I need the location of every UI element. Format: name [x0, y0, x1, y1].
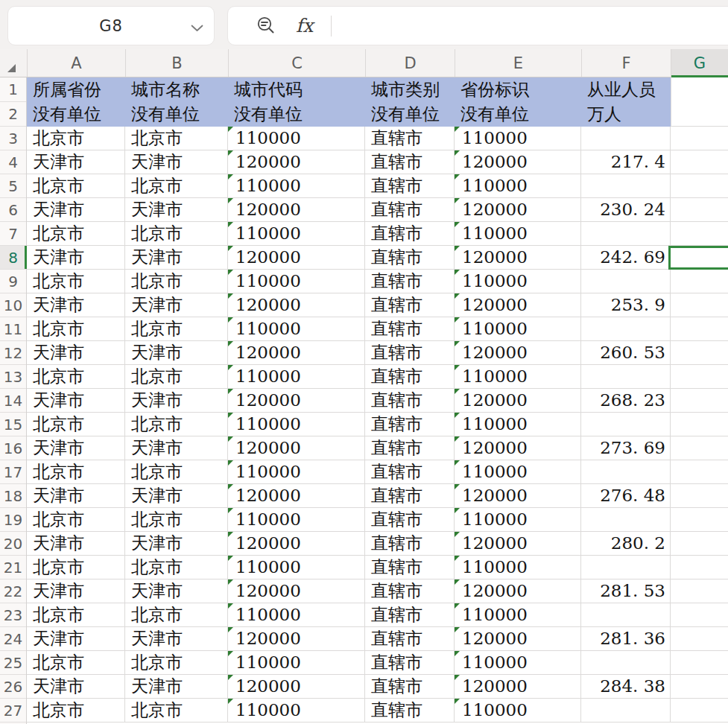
- cell-E7[interactable]: 110000: [455, 222, 581, 246]
- cell-E4[interactable]: 120000: [455, 150, 581, 174]
- cell-A9[interactable]: 北京市: [27, 270, 125, 293]
- row-header-21[interactable]: 21: [0, 556, 26, 579]
- cell-C5[interactable]: 110000: [228, 174, 365, 198]
- cell-A20[interactable]: 天津市: [27, 532, 125, 556]
- cell-G15[interactable]: [671, 413, 728, 436]
- cell-D21[interactable]: 直辖市: [365, 556, 455, 579]
- cell-A10[interactable]: 天津市: [27, 293, 125, 317]
- cell-E9[interactable]: 110000: [455, 270, 581, 293]
- cell-F6[interactable]: 230. 24: [581, 198, 671, 222]
- cell-A3[interactable]: 北京市: [27, 127, 125, 150]
- column-header-A[interactable]: A: [27, 49, 125, 77]
- cell-F21[interactable]: [581, 556, 671, 579]
- cell-G14[interactable]: [671, 389, 728, 413]
- cell-C7[interactable]: 110000: [228, 222, 365, 246]
- cell-C4[interactable]: 120000: [228, 150, 365, 174]
- cell-D6[interactable]: 直辖市: [365, 198, 455, 222]
- cell-G5[interactable]: [671, 174, 728, 198]
- cell-F4[interactable]: 217. 4: [581, 150, 671, 174]
- cell-F3[interactable]: [581, 127, 671, 150]
- cell-G23[interactable]: [671, 603, 728, 627]
- cell-D4[interactable]: 直辖市: [365, 150, 455, 174]
- chevron-down-icon[interactable]: [191, 21, 203, 35]
- cell-E26[interactable]: 120000: [455, 675, 581, 699]
- cell-G10[interactable]: [671, 293, 728, 317]
- cell-C9[interactable]: 110000: [228, 270, 365, 293]
- cell-F24[interactable]: 281. 36: [581, 627, 671, 651]
- cell-E24[interactable]: 120000: [455, 627, 581, 651]
- row-header-13[interactable]: 13: [0, 365, 26, 389]
- cell-F11[interactable]: [581, 317, 671, 341]
- column-header-F[interactable]: F: [581, 49, 671, 77]
- header-cell-F[interactable]: 从业人员万人: [581, 77, 671, 127]
- header-cell-C[interactable]: 城市代码没有单位: [228, 77, 365, 127]
- search-formula-icon[interactable]: [256, 16, 276, 36]
- cell-C10[interactable]: 120000: [228, 293, 365, 317]
- cell-G26[interactable]: [671, 675, 728, 699]
- cell-A11[interactable]: 北京市: [27, 317, 125, 341]
- cell-E8[interactable]: 120000: [455, 246, 581, 270]
- cell-D22[interactable]: 直辖市: [365, 579, 455, 603]
- cell-C24[interactable]: 120000: [228, 627, 365, 651]
- cell-F15[interactable]: [581, 413, 671, 436]
- cell-F7[interactable]: [581, 222, 671, 246]
- cell-G20[interactable]: [671, 532, 728, 556]
- row-header-16[interactable]: 16: [0, 436, 26, 460]
- cell-A5[interactable]: 北京市: [27, 174, 125, 198]
- cell-B4[interactable]: 天津市: [125, 150, 228, 174]
- cell-A24[interactable]: 天津市: [27, 627, 125, 651]
- cell-A12[interactable]: 天津市: [27, 341, 125, 365]
- cell-G4[interactable]: [671, 150, 728, 174]
- cell-B5[interactable]: 北京市: [125, 174, 228, 198]
- cell-C22[interactable]: 120000: [228, 579, 365, 603]
- cell-G22[interactable]: [671, 579, 728, 603]
- cell-B8[interactable]: 天津市: [125, 246, 228, 270]
- cell-G24[interactable]: [671, 627, 728, 651]
- row-header-1[interactable]: 1: [0, 77, 26, 102]
- row-header-24[interactable]: 24: [0, 627, 26, 651]
- row-header-8[interactable]: 8: [0, 246, 26, 270]
- cell-F26[interactable]: 284. 38: [581, 675, 671, 699]
- cell-F18[interactable]: 276. 48: [581, 484, 671, 508]
- cell-E12[interactable]: 120000: [455, 341, 581, 365]
- select-all-corner[interactable]: [0, 49, 27, 77]
- row-header-5[interactable]: 5: [0, 174, 26, 198]
- formula-input[interactable]: [332, 7, 728, 45]
- header-cell-D[interactable]: 城市类别没有单位: [365, 77, 455, 127]
- cell-A26[interactable]: 天津市: [27, 675, 125, 699]
- cell-A19[interactable]: 北京市: [27, 508, 125, 532]
- cell-C25[interactable]: 110000: [228, 651, 365, 675]
- cell-D27[interactable]: 直辖市: [365, 699, 455, 723]
- header-block[interactable]: 所属省份没有单位城市名称没有单位城市代码没有单位城市类别没有单位省份标识没有单位…: [27, 77, 671, 127]
- cell-D16[interactable]: 直辖市: [365, 436, 455, 460]
- cell-F12[interactable]: 260. 53: [581, 341, 671, 365]
- cell-G13[interactable]: [671, 365, 728, 389]
- cell-C18[interactable]: 120000: [228, 484, 365, 508]
- cell-G12[interactable]: [671, 341, 728, 365]
- cell-A6[interactable]: 天津市: [27, 198, 125, 222]
- cell-B10[interactable]: 天津市: [125, 293, 228, 317]
- cell-D5[interactable]: 直辖市: [365, 174, 455, 198]
- cell-G18[interactable]: [671, 484, 728, 508]
- cell-C23[interactable]: 110000: [228, 603, 365, 627]
- cell-D10[interactable]: 直辖市: [365, 293, 455, 317]
- cell-B13[interactable]: 北京市: [125, 365, 228, 389]
- cell-B12[interactable]: 天津市: [125, 341, 228, 365]
- cell-F22[interactable]: 281. 53: [581, 579, 671, 603]
- cell-E18[interactable]: 120000: [455, 484, 581, 508]
- cell-D17[interactable]: 直辖市: [365, 460, 455, 484]
- row-header-27[interactable]: 27: [0, 699, 26, 723]
- cell-D15[interactable]: 直辖市: [365, 413, 455, 436]
- row-header-25[interactable]: 25: [0, 651, 26, 675]
- cell-A13[interactable]: 北京市: [27, 365, 125, 389]
- cell-E11[interactable]: 110000: [455, 317, 581, 341]
- cell-C15[interactable]: 110000: [228, 413, 365, 436]
- row-header-14[interactable]: 14: [0, 389, 26, 413]
- cell-E10[interactable]: 120000: [455, 293, 581, 317]
- cell-A17[interactable]: 北京市: [27, 460, 125, 484]
- cell-B20[interactable]: 天津市: [125, 532, 228, 556]
- cell-F23[interactable]: [581, 603, 671, 627]
- name-box[interactable]: G8: [7, 6, 215, 45]
- cell-B16[interactable]: 天津市: [125, 436, 228, 460]
- cell-B18[interactable]: 天津市: [125, 484, 228, 508]
